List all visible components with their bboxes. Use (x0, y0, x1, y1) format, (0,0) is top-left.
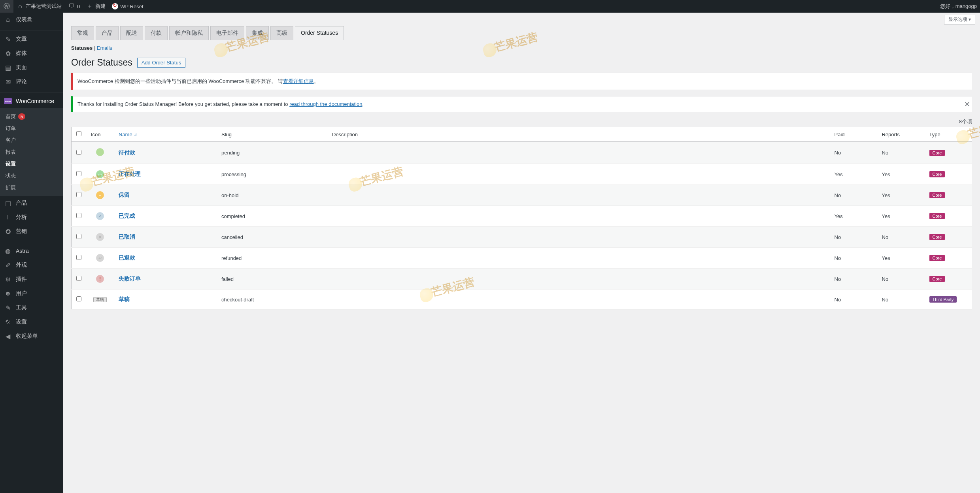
settings-tab[interactable]: 配送 (120, 26, 143, 40)
settings-tab[interactable]: 帐户和隐私 (169, 26, 209, 40)
settings-tab[interactable]: 常规 (71, 26, 94, 40)
cell-description (327, 290, 830, 310)
cell-description (327, 185, 830, 206)
cell-name: 草稿 (114, 290, 217, 310)
submenu-item[interactable]: 首页5 (0, 111, 63, 122)
type-badge: Core (929, 213, 945, 219)
menu-icon: ⫴ (4, 213, 12, 221)
sidebar-label: 产品 (16, 199, 27, 207)
menu-icon: ⌂ (4, 16, 12, 24)
cell-type: Core (925, 164, 972, 185)
wp-logo[interactable]: ⓦ (0, 0, 13, 13)
cell-paid: Yes (830, 164, 877, 185)
dismiss-icon[interactable]: ✕ (964, 100, 970, 109)
sidebar-item[interactable]: ✐外观 (0, 258, 63, 272)
select-all-header[interactable] (72, 127, 87, 142)
user-greeting[interactable]: 您好，mangogp (937, 0, 980, 13)
status-name-link[interactable]: 待付款 (119, 149, 135, 156)
sidebar-item[interactable]: ✉评论 (0, 75, 63, 89)
select-all-checkbox[interactable] (76, 131, 81, 136)
sidebar-label: 用户 (16, 290, 27, 297)
submenu-item[interactable]: 扩展 (0, 182, 63, 194)
settings-tab[interactable]: Order Statuses (295, 26, 344, 40)
row-checkbox[interactable] (76, 296, 81, 301)
order-statuses-table: Icon Name⇵ Slug Description Paid Reports… (71, 127, 972, 310)
sidebar-item[interactable]: ◀收起菜单 (0, 329, 63, 343)
row-checkbox[interactable] (76, 234, 81, 239)
menu-icon: ✿ (4, 49, 12, 57)
sidebar-item[interactable]: ◫产品 (0, 196, 63, 210)
sidebar-item[interactable]: ✎工具 (0, 301, 63, 315)
sidebar-label: 页面 (16, 64, 27, 71)
menu-icon: ◍ (4, 247, 12, 255)
type-badge: Core (929, 192, 945, 198)
cell-name: 正在处理 (114, 164, 217, 185)
submenu-item[interactable]: 状态 (0, 170, 63, 182)
notice-docs-link[interactable]: read through the documentation (289, 101, 362, 107)
col-icon-header: Icon (86, 127, 114, 142)
table-row: 待付款 pending No No Core (72, 142, 972, 164)
status-name-link[interactable]: 正在处理 (119, 171, 141, 177)
cell-slug: refunded (217, 248, 327, 269)
sidebar-item[interactable]: ⛭设置 (0, 315, 63, 329)
cell-slug: on-hold (217, 185, 327, 206)
sidebar-item[interactable]: ▤页面 (0, 60, 63, 75)
col-name-header[interactable]: Name⇵ (114, 127, 217, 142)
submenu-item[interactable]: 订单 (0, 122, 63, 134)
sidebar-item[interactable]: ✎文章 (0, 32, 63, 46)
row-checkbox[interactable] (76, 255, 81, 260)
row-checkbox[interactable] (76, 171, 81, 176)
table-row: 草稿 草稿 checkout-draft No No Third Party (72, 290, 972, 310)
sidebar-item[interactable]: ⫴分析 (0, 210, 63, 224)
wp-reset-icon (112, 3, 118, 9)
notice-details-link[interactable]: 查看详细信息 (283, 78, 314, 84)
cell-description (327, 206, 830, 227)
subsub-statuses[interactable]: Statuses (71, 45, 93, 51)
sidebar-item[interactable]: ✪营销 (0, 224, 63, 239)
status-name-link[interactable]: 已退款 (119, 254, 135, 261)
comments-link[interactable]: 🗨0 (65, 0, 83, 13)
cell-slug: failed (217, 269, 327, 290)
row-checkbox[interactable] (76, 150, 81, 155)
cell-paid: No (830, 290, 877, 310)
settings-tab[interactable]: 集成 (246, 26, 269, 40)
wp-reset-link[interactable]: WP Reset (109, 0, 146, 13)
row-checkbox[interactable] (76, 276, 81, 281)
site-link[interactable]: ⌂芒果运营测试站 (13, 0, 65, 13)
sidebar-item[interactable]: ☻用户 (0, 286, 63, 301)
cell-icon (86, 248, 114, 269)
status-name-link[interactable]: 草稿 (119, 296, 130, 302)
sidebar-item[interactable]: ⚙插件 (0, 272, 63, 286)
status-name-link[interactable]: 失败订单 (119, 275, 141, 282)
submenu-item[interactable]: 设置 (0, 158, 63, 170)
wp-reset-label: WP Reset (120, 4, 143, 9)
status-name-link[interactable]: 保留 (119, 192, 130, 198)
menu-icon: ☻ (4, 290, 12, 297)
sidebar-item-woocommerce[interactable]: woo WooCommerce (0, 94, 63, 108)
screen-options-toggle[interactable]: 显示选项 ▾ (944, 15, 975, 24)
sidebar-item[interactable]: ✿媒体 (0, 46, 63, 60)
home-icon: ⌂ (17, 3, 24, 10)
add-order-status-button[interactable]: Add Order Status (137, 58, 185, 68)
cell-type: Core (925, 206, 972, 227)
settings-tab[interactable]: 高级 (270, 26, 293, 40)
sidebar-label: 仪表盘 (16, 16, 32, 23)
settings-tab[interactable]: 付款 (145, 26, 168, 40)
cell-description (327, 164, 830, 185)
submenu-item[interactable]: 报表 (0, 146, 63, 158)
cell-name: 保留 (114, 185, 217, 206)
row-checkbox[interactable] (76, 213, 81, 218)
table-row: 正在处理 processing Yes Yes Core (72, 164, 972, 185)
status-name-link[interactable]: 已完成 (119, 213, 135, 219)
new-content[interactable]: +新建 (83, 0, 109, 13)
settings-tab[interactable]: 产品 (96, 26, 119, 40)
new-label: 新建 (95, 3, 106, 10)
sidebar-item[interactable]: ◍Astra (0, 244, 63, 258)
submenu-item[interactable]: 客户 (0, 134, 63, 146)
sidebar-item[interactable]: ⌂仪表盘 (0, 13, 63, 27)
row-checkbox[interactable] (76, 192, 81, 197)
status-name-link[interactable]: 已取消 (119, 233, 135, 240)
subsub-emails[interactable]: Emails (97, 45, 112, 51)
submenu-label: 首页 (6, 113, 16, 120)
settings-tab[interactable]: 电子邮件 (210, 26, 244, 40)
